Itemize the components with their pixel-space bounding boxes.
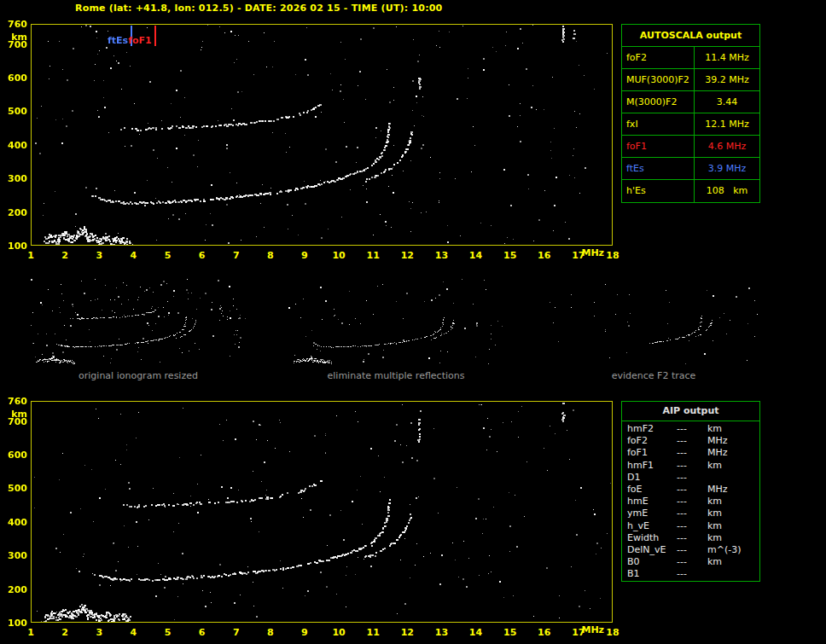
autoscala-row: h'Es108 km (622, 180, 759, 202)
x-tick-label: 9 (301, 250, 308, 261)
parameter-unit (707, 472, 759, 484)
x-tick-label: 6 (199, 250, 206, 261)
autoscala-screen: Rome (lat: +41.8, lon: 012.5) - DATE: 20… (0, 0, 826, 644)
aip-output-panel: AIP output hmF2---kmfoF2---MHzfoF1---MHz… (621, 401, 760, 582)
parameter-label: foF2 (622, 435, 677, 447)
y-tick-label: 600 (2, 73, 27, 84)
y-tick-label: 100 (2, 618, 27, 629)
autoscala-row: MUF(3000)F239.2 MHz (622, 69, 759, 91)
parameter-unit: km (707, 508, 759, 519)
x-tick-label: 14 (469, 627, 482, 638)
autoscala-rows: foF211.4 MHzMUF(3000)F239.2 MHzM(3000)F2… (622, 47, 759, 202)
x-tick-label: 1 (27, 250, 34, 261)
x-tick-label: 4 (131, 250, 137, 261)
thumbnail-caption-original: original ionogram resized (31, 370, 246, 381)
x-tick-label: 7 (233, 627, 240, 638)
y-tick-label: 500 (2, 483, 27, 494)
parameter-value: --- (677, 520, 707, 532)
x-tick-label: 2 (61, 250, 68, 261)
x-tick-label: 6 (199, 627, 206, 638)
autoscala-output-panel: AUTOSCALA output foF211.4 MHzMUF(3000)F2… (621, 24, 760, 203)
parameter-label: DelN_vE (622, 544, 677, 556)
aip-row: h_vE---km (622, 520, 759, 532)
parameter-unit: km (707, 532, 759, 544)
y-tick-label: 760 (2, 396, 27, 407)
x-tick-label: 4 (131, 627, 137, 638)
y-tick-label: 100 (2, 241, 27, 252)
x-tick-label: 3 (96, 250, 102, 261)
autoscala-panel-title: AUTOSCALA output (622, 25, 759, 47)
parameter-label: B0 (622, 556, 677, 568)
y-tick-label: 400 (2, 140, 27, 151)
x-tick-label: 8 (267, 627, 274, 638)
parameter-label: hmF1 (622, 460, 677, 472)
aip-row: D1--- (622, 472, 759, 484)
parameter-value: 3.9 MHz (695, 158, 759, 179)
x-tick-label: 8 (267, 250, 274, 261)
x-tick-label: 9 (301, 627, 308, 638)
parameter-unit: MHz (707, 484, 759, 496)
x-tick-label: 7 (233, 250, 240, 261)
aip-row: hmF2---km (622, 423, 759, 435)
x-tick-label: 11 (367, 250, 380, 261)
x-tick-label: 1 (27, 627, 34, 638)
x-tick-label: 12 (401, 627, 414, 638)
aip-row: foE---MHz (622, 484, 759, 496)
x-tick-label: 12 (401, 250, 414, 261)
parameter-unit: MHz (707, 447, 759, 459)
parameter-value: --- (677, 447, 707, 459)
parameter-value: --- (677, 484, 707, 496)
parameter-label: foE (622, 484, 677, 496)
aip-row: B1--- (622, 568, 759, 580)
aip-row: ymE---km (622, 508, 759, 519)
x-tick-label: 10 (332, 627, 345, 638)
parameter-value: --- (677, 472, 707, 484)
x-tick-label: 14 (469, 250, 482, 261)
x-axis-unit-label: MHz (581, 247, 604, 258)
autoscala-row: foF211.4 MHz (622, 47, 759, 69)
parameter-value: 108 km (695, 180, 759, 202)
ionogram-plot-main: ftEsfoF1 (31, 24, 613, 246)
parameter-label: h_vE (622, 520, 677, 532)
x-axis-unit-label: MHz (581, 624, 604, 635)
ionogram-canvas-main (32, 25, 612, 245)
parameter-unit: km (707, 460, 759, 472)
autoscala-row: foF14.6 MHz (622, 136, 759, 158)
foF1-marker-line (154, 26, 156, 46)
x-tick-label: 10 (332, 250, 345, 261)
parameter-value: --- (677, 496, 707, 508)
parameter-value: --- (677, 435, 707, 447)
aip-row: B0---km (622, 556, 759, 568)
x-tick-label: 2 (61, 627, 68, 638)
parameter-unit: km (707, 520, 759, 532)
autoscala-row: M(3000)F23.44 (622, 91, 759, 113)
thumbnail-evidence-f2-trace (546, 279, 761, 364)
parameter-label: foF2 (622, 47, 695, 68)
y-tick-label: 760 (2, 19, 27, 30)
parameter-unit: km (707, 556, 759, 568)
parameter-value: --- (677, 508, 707, 519)
ftEs-marker-label: ftEs (102, 35, 128, 46)
thumbnail-caption-eliminate: eliminate multiple reflections (288, 370, 503, 381)
parameter-label: foF1 (622, 136, 695, 157)
parameter-label: B1 (622, 568, 677, 580)
y-tick-label: 400 (2, 517, 27, 528)
parameter-value: 3.44 (695, 91, 759, 113)
parameter-value: 11.4 MHz (695, 47, 759, 68)
y-tick-label: 600 (2, 450, 27, 461)
autoscala-row: fxI12.1 MHz (622, 113, 759, 136)
thumbnail-eliminate-reflections (288, 279, 503, 364)
x-tick-label: 15 (503, 627, 516, 638)
y-axis-unit-label: km (2, 32, 27, 43)
parameter-label: hmF2 (622, 423, 677, 435)
x-tick-label: 18 (606, 627, 619, 638)
y-tick-label: 200 (2, 584, 27, 595)
parameter-unit: m^(-3) (707, 544, 759, 556)
parameter-label: h'Es (622, 180, 695, 202)
x-tick-label: 5 (165, 250, 172, 261)
parameter-label: ymE (622, 508, 677, 519)
parameter-label: Ewidth (622, 532, 677, 544)
station-title: Rome (lat: +41.8, lon: 012.5) - DATE: 20… (75, 3, 442, 14)
parameter-label: fxI (622, 113, 695, 135)
parameter-value: --- (677, 568, 707, 580)
